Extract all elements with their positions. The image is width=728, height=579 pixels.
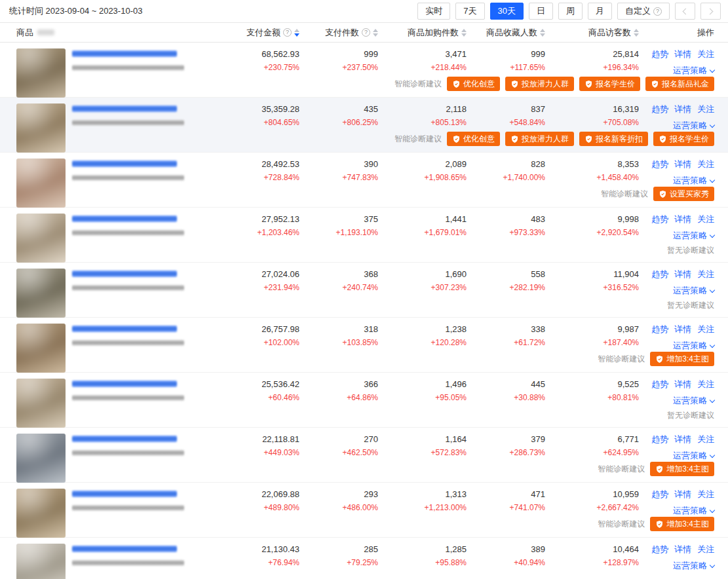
- product-title-redacted-link[interactable]: [72, 546, 177, 552]
- trend-link[interactable]: 趋势: [651, 159, 668, 169]
- product-subtitle-redacted: [72, 230, 184, 236]
- product-image[interactable]: [16, 103, 66, 153]
- strategy-dropdown[interactable]: 运营策略: [673, 506, 714, 515]
- product-title-redacted-link[interactable]: [72, 160, 177, 167]
- strategy-dropdown[interactable]: 运营策略: [673, 396, 714, 405]
- strategy-dropdown[interactable]: 运营策略: [673, 65, 714, 75]
- period-button[interactable]: 周: [558, 3, 583, 20]
- fav-cell: 558 +282.19%: [467, 269, 545, 318]
- pay-qty-change: +806.25%: [299, 115, 378, 130]
- suggestion-tag-button[interactable]: 报名新品礼金: [645, 77, 714, 91]
- detail-link[interactable]: 详情: [674, 379, 691, 389]
- product-image[interactable]: [16, 434, 66, 483]
- detail-link[interactable]: 详情: [674, 489, 691, 499]
- follow-link[interactable]: 关注: [697, 159, 714, 169]
- prev-page-button[interactable]: [675, 3, 695, 20]
- strategy-dropdown[interactable]: 运营策略: [673, 561, 714, 570]
- trend-link[interactable]: 趋势: [651, 49, 668, 59]
- product-title-redacted-link[interactable]: [72, 436, 177, 442]
- product-image[interactable]: [16, 489, 66, 538]
- sort-control[interactable]: [634, 29, 639, 37]
- visitors-value: 8,353: [545, 159, 639, 170]
- follow-link[interactable]: 关注: [697, 434, 714, 444]
- follow-link[interactable]: 关注: [697, 104, 714, 114]
- product-title-redacted-link[interactable]: [72, 271, 177, 277]
- product-image[interactable]: [16, 48, 66, 98]
- period-button[interactable]: 日: [529, 3, 553, 20]
- suggestion-tag-button[interactable]: 投放潜力人群: [505, 77, 574, 91]
- sort-control[interactable]: [294, 29, 299, 37]
- strategy-dropdown[interactable]: 运营策略: [673, 231, 714, 240]
- strategy-dropdown[interactable]: 运营策略: [673, 176, 714, 185]
- strategy-dropdown[interactable]: 运营策略: [673, 286, 714, 295]
- suggestion-tag-button[interactable]: 优化创意: [447, 77, 500, 91]
- product-image[interactable]: [16, 159, 66, 208]
- suggestion-tag-button[interactable]: 设置买家秀: [653, 187, 714, 201]
- suggestion-tag-button[interactable]: 投放潜力人群: [505, 132, 574, 146]
- sort-control[interactable]: [373, 29, 378, 37]
- product-title-redacted-link[interactable]: [72, 491, 177, 497]
- suggestion-row: 智能诊断建议 优化创意投放潜力人群报名新客折扣报名学生价: [394, 132, 714, 146]
- product-image[interactable]: [16, 214, 66, 263]
- suggestion-tag-button[interactable]: 增加3:4主图: [650, 462, 714, 476]
- detail-link[interactable]: 详情: [674, 434, 691, 444]
- sort-control[interactable]: [540, 29, 545, 37]
- strategy-dropdown[interactable]: 运营策略: [673, 451, 714, 460]
- period-button[interactable]: 实时: [417, 3, 450, 20]
- sort-control[interactable]: [461, 29, 467, 37]
- pay-amount-change: +449.03%: [226, 445, 299, 460]
- fav-cell: 483 +973.33%: [467, 214, 545, 263]
- detail-link[interactable]: 详情: [674, 324, 691, 334]
- product-image[interactable]: [16, 544, 66, 579]
- suggestion-tag-button[interactable]: 报名新客折扣: [579, 132, 648, 146]
- product-image[interactable]: [16, 324, 66, 373]
- detail-link[interactable]: 详情: [674, 214, 691, 224]
- suggestion-tag-button[interactable]: 优化创意: [447, 132, 500, 146]
- product-title-redacted-link[interactable]: [72, 215, 177, 222]
- trend-link[interactable]: 趋势: [651, 379, 668, 389]
- product-image[interactable]: [16, 269, 66, 318]
- follow-link[interactable]: 关注: [697, 489, 714, 499]
- detail-link[interactable]: 详情: [674, 49, 691, 59]
- suggestion-tag-button[interactable]: 增加3:4主图: [650, 352, 714, 366]
- suggestion-tag-button[interactable]: 报名学生价: [653, 132, 714, 146]
- period-button[interactable]: 7天: [455, 3, 484, 20]
- trend-link[interactable]: 趋势: [651, 544, 668, 554]
- strategy-dropdown[interactable]: 运营策略: [673, 341, 714, 350]
- product-title-redacted-link[interactable]: [72, 381, 177, 387]
- product-title-redacted-link[interactable]: [72, 326, 177, 332]
- detail-link[interactable]: 详情: [674, 104, 691, 114]
- help-icon[interactable]: ?: [283, 28, 292, 37]
- trend-link[interactable]: 趋势: [651, 324, 668, 334]
- product-title-redacted-link[interactable]: [72, 50, 177, 57]
- product-title-redacted-link[interactable]: [72, 105, 177, 112]
- product-cell: [16, 159, 226, 208]
- period-button[interactable]: 30天: [490, 3, 524, 20]
- product-image[interactable]: [16, 379, 66, 428]
- product-image-blur: [16, 214, 66, 263]
- period-button[interactable]: 月: [588, 3, 612, 20]
- trend-link[interactable]: 趋势: [651, 489, 668, 499]
- detail-link[interactable]: 详情: [674, 269, 691, 279]
- fav-change: +286.73%: [467, 445, 545, 460]
- follow-link[interactable]: 关注: [697, 379, 714, 389]
- detail-link[interactable]: 详情: [674, 159, 691, 169]
- trend-link[interactable]: 趋势: [651, 104, 668, 114]
- trend-link[interactable]: 趋势: [651, 269, 668, 279]
- help-icon[interactable]: ?: [362, 28, 370, 37]
- suggestion-tags: 增加3:4主图: [650, 462, 714, 476]
- detail-link[interactable]: 详情: [674, 544, 691, 554]
- follow-link[interactable]: 关注: [697, 269, 714, 279]
- trend-link[interactable]: 趋势: [651, 434, 668, 444]
- trend-link[interactable]: 趋势: [651, 214, 668, 224]
- next-page-button[interactable]: [700, 3, 721, 20]
- suggestion-tag-button[interactable]: 增加3:4主图: [650, 517, 714, 531]
- follow-link[interactable]: 关注: [697, 214, 714, 224]
- follow-link[interactable]: 关注: [697, 49, 714, 59]
- strategy-dropdown[interactable]: 运营策略: [673, 121, 714, 130]
- follow-link[interactable]: 关注: [697, 544, 714, 554]
- suggestion-tag-button[interactable]: 报名学生价: [579, 77, 640, 91]
- fav-change: +61.72%: [467, 335, 545, 350]
- follow-link[interactable]: 关注: [697, 324, 714, 334]
- period-button[interactable]: 自定义?: [617, 3, 670, 20]
